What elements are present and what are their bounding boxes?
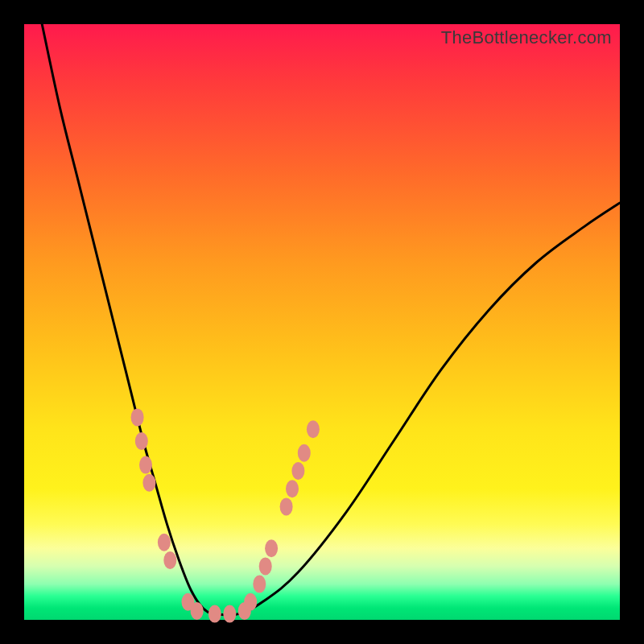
data-marker [298,444,311,462]
data-marker [244,593,257,611]
plot-area: TheBottlenecker.com [24,24,620,620]
data-marker [291,462,304,480]
data-marker [158,534,171,551]
marker-group [131,408,320,622]
data-marker [223,605,236,623]
data-marker [259,557,272,575]
data-marker [142,474,155,492]
chart-frame: TheBottlenecker.com [0,0,644,644]
data-marker [280,497,293,515]
data-marker [139,456,152,474]
bottleneck-curve [42,24,620,615]
data-marker [307,420,320,438]
data-marker [135,432,148,450]
data-marker [265,539,278,557]
data-marker [163,551,176,569]
data-marker [131,408,144,426]
data-marker [253,576,266,593]
data-marker [191,602,204,620]
chart-svg [24,24,620,620]
data-marker [286,480,299,497]
data-marker [208,605,221,623]
